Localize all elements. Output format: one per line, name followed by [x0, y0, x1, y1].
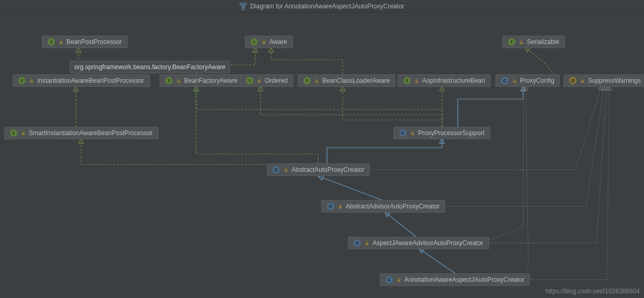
node-label: BeanClassLoaderAware [322, 77, 390, 84]
svg-rect-21 [21, 133, 24, 135]
lock-icon [58, 39, 63, 45]
svg-rect-22 [411, 133, 413, 135]
node-aspectj-aware-apc[interactable]: C AspectJAwareAdvisorAutoProxyCreator [348, 237, 489, 249]
lock-icon [518, 39, 524, 45]
svg-rect-26 [397, 279, 400, 282]
interface-icon: I [251, 38, 258, 46]
node-label: Aware [269, 38, 287, 46]
title-bar: Diagram for AnnotationAwareAspectJAutoPr… [0, 0, 644, 13]
class-icon: C [399, 129, 406, 137]
node-label: AbstractAdvisorAutoProxyCreator [346, 203, 439, 210]
lock-icon [410, 130, 415, 136]
svg-line-4 [243, 5, 245, 7]
svg-rect-17 [315, 80, 318, 83]
node-bean-class-loader-aware[interactable]: I BeanClassLoaderAware [298, 74, 396, 87]
tooltip: org.springframework.beans.factory.BeanFa… [70, 61, 230, 73]
node-label: AopInfrastructureBean [422, 77, 485, 84]
node-suppress-warnings[interactable]: @ SuppressWarnings [563, 74, 644, 87]
node-label: SmartInstantiationAwareBeanPostProcessor [29, 129, 153, 137]
svg-rect-23 [284, 169, 287, 172]
svg-rect-13 [519, 41, 522, 44]
svg-rect-25 [365, 242, 368, 245]
node-smart-inst-bpp[interactable]: I SmartInstantiationAwareBeanPostProcess… [4, 127, 159, 139]
class-icon: C [354, 239, 361, 247]
node-label: Serializable [527, 38, 559, 46]
node-label: ProxyConfig [520, 77, 554, 84]
diagram-canvas[interactable]: I BeanPostProcessor I Aware I Serializab… [0, 13, 644, 298]
node-proxy-processor-support[interactable]: C ProxyProcessorSupport [393, 127, 490, 139]
svg-line-10 [419, 248, 455, 273]
title-text: Diagram for AnnotationAwareAspectJAutoPr… [250, 3, 404, 10]
lock-icon [580, 78, 585, 83]
node-abstract-advisor-apc[interactable]: C AbstractAdvisorAutoProxyCreator [321, 200, 445, 213]
node-bean-post-processor[interactable]: I BeanPostProcessor [42, 36, 128, 48]
interface-icon: I [303, 77, 311, 84]
node-annotation-aware-aj-apc[interactable]: C AnnotationAwareAspectJAutoProxyCreator [380, 273, 530, 286]
lock-icon [314, 78, 319, 83]
node-abstract-auto-proxy-creator[interactable]: C AbstractAutoProxyCreator [267, 163, 370, 176]
svg-rect-11 [59, 41, 62, 44]
lock-icon [364, 240, 369, 246]
node-label: BeanFactoryAware [184, 77, 238, 84]
svg-rect-19 [513, 80, 515, 83]
node-ordered[interactable]: I Ordered [240, 74, 293, 87]
lock-icon [337, 204, 343, 209]
svg-rect-14 [30, 80, 32, 83]
svg-rect-0 [240, 3, 243, 5]
node-aop-infra-bean[interactable]: I AopInfrastructureBean [398, 74, 491, 87]
diagram-icon [240, 3, 247, 10]
node-label: AnnotationAwareAspectJAutoProxyCreator [404, 276, 524, 283]
node-serializable[interactable]: I Serializable [502, 36, 565, 48]
node-label: InstantiationAwareBeanPostProcessor [37, 77, 144, 84]
node-aware[interactable]: I Aware [245, 36, 293, 48]
lock-icon [283, 167, 288, 172]
lock-icon [29, 78, 34, 83]
node-label: AspectJAwareAdvisorAutoProxyCreator [372, 239, 483, 247]
svg-rect-2 [242, 7, 245, 9]
node-label: BeanPostProcessor [66, 38, 122, 46]
class-icon: C [327, 203, 334, 210]
class-icon: C [273, 166, 280, 173]
svg-rect-15 [177, 80, 179, 83]
svg-rect-1 [244, 3, 246, 5]
edges-svg [0, 13, 644, 298]
class-icon: C [386, 276, 393, 283]
watermark: https://blog.csdn.net/l1028386804 [546, 288, 640, 295]
node-label: SuppressWarnings [588, 77, 641, 84]
svg-rect-16 [257, 80, 260, 83]
svg-rect-18 [415, 80, 417, 83]
annotation-icon: @ [569, 77, 577, 84]
svg-rect-12 [262, 41, 265, 44]
interface-icon: I [10, 129, 17, 137]
svg-line-3 [242, 5, 244, 7]
class-icon: C [501, 77, 509, 84]
lock-icon [176, 78, 181, 83]
lock-icon [20, 130, 26, 136]
interface-icon: I [165, 77, 173, 84]
node-label: ProxyProcessorSupport [418, 129, 484, 137]
interface-icon: I [246, 77, 253, 84]
lock-icon [256, 78, 262, 83]
interface-icon: I [48, 38, 55, 46]
lock-icon [396, 277, 401, 282]
svg-rect-24 [338, 206, 341, 208]
svg-rect-20 [581, 80, 583, 83]
node-proxy-config[interactable]: C ProxyConfig [495, 74, 560, 87]
interface-icon: I [18, 77, 26, 84]
node-instantiation-aware-bpp[interactable]: I InstantiationAwareBeanPostProcessor [13, 74, 150, 87]
interface-icon: I [508, 38, 515, 46]
node-bean-factory-aware[interactable]: I BeanFactoryAware [160, 74, 243, 87]
lock-icon [414, 78, 419, 83]
lock-icon [261, 39, 266, 45]
node-label: Ordered [265, 77, 288, 84]
svg-line-8 [318, 176, 382, 200]
svg-line-9 [385, 212, 416, 237]
interface-icon: I [403, 77, 411, 84]
node-label: AbstractAutoProxyCreator [291, 166, 364, 173]
tooltip-text: org.springframework.beans.factory.BeanFa… [74, 63, 225, 71]
lock-icon [512, 78, 517, 83]
